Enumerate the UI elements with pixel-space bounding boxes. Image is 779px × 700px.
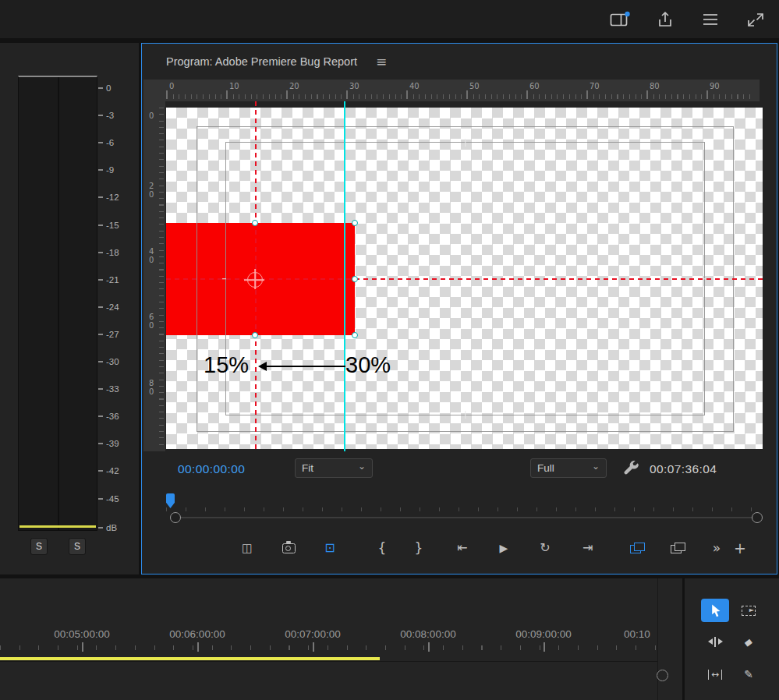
- pen-tool[interactable]: ✎: [735, 663, 763, 686]
- ruler-minor-ticks: [159, 108, 164, 445]
- comparison-view-icon[interactable]: [625, 537, 649, 559]
- timeline-panel[interactable]: 00:05:00:0000:06:00:0000:07:00:0000:08:0…: [0, 578, 682, 700]
- safe-margins-icon: ⊡: [324, 542, 335, 554]
- meter-tick: [98, 415, 103, 417]
- edge-guide-cyan: [344, 101, 345, 451]
- rolling-edit-tool-icon: ◆: [743, 636, 754, 648]
- ruler-label: 70: [590, 82, 600, 90]
- export-icon[interactable]: [654, 10, 676, 29]
- ruler-label: 50: [469, 82, 480, 90]
- ruler-label: 60: [149, 313, 156, 330]
- zoom-level-select[interactable]: Fit ⌄: [295, 458, 373, 478]
- meter-tick: [98, 527, 103, 529]
- meter-tick: [98, 388, 103, 390]
- meter-tick: [98, 87, 103, 89]
- lift-icon[interactable]: [666, 537, 689, 559]
- arrow-shaft: [265, 366, 345, 368]
- timeline-time-label: 00:08:00:00: [400, 628, 455, 640]
- zoom-scrollbar[interactable]: [175, 517, 758, 518]
- transform-handle-top-right[interactable]: [352, 220, 358, 226]
- mark-out-icon[interactable]: }: [407, 537, 430, 559]
- program-panel-header[interactable]: Program: Adobe Premiere Bug Report ≡: [142, 44, 777, 79]
- vertical-ruler: 020406080: [143, 101, 165, 451]
- mark-in-icon[interactable]: {: [370, 537, 394, 559]
- audio-meter[interactable]: [18, 76, 97, 531]
- go-to-out-icon[interactable]: ⇥: [576, 537, 600, 559]
- audio-level-indicator: [19, 525, 96, 528]
- safe-center-tick: [465, 139, 466, 147]
- ripple-part: [718, 638, 723, 645]
- rolling-edit-tool[interactable]: ◆: [735, 630, 763, 653]
- add-button-icon[interactable]: +: [728, 537, 752, 559]
- timeline-tick: [313, 642, 314, 652]
- meter-tick: [98, 115, 103, 116]
- transform-handle-bottom-right[interactable]: [352, 332, 358, 338]
- selection-tool[interactable]: [701, 599, 729, 622]
- audio-meters-panel: 0-3-6-9-12-15-18-21-24-27-30-33-36-39-42…: [0, 43, 139, 574]
- meter-tick: [98, 443, 103, 444]
- settings-wrench-icon[interactable]: [622, 459, 641, 478]
- meter-scale-row: -21: [98, 275, 119, 285]
- playhead[interactable]: [166, 493, 175, 508]
- playback-resolution-select[interactable]: Full ⌄: [530, 458, 607, 478]
- anchor-point[interactable]: [247, 272, 263, 288]
- monitor-controls-row: 00:00:00:00 Fit ⌄ Full ⌄ 00:07:36:04: [142, 455, 777, 483]
- settings-icon[interactable]: ◫: [235, 537, 259, 559]
- ruler-label: 80: [650, 82, 660, 90]
- timeline-tick: [82, 642, 83, 652]
- play-in-out-icon[interactable]: ↻: [533, 537, 557, 559]
- ruler-tick: [526, 90, 528, 99]
- more-icon[interactable]: »: [705, 537, 728, 559]
- track-select-forward-tool[interactable]: ►: [735, 599, 763, 622]
- ruler-tick: [406, 90, 408, 99]
- current-timecode[interactable]: 00:00:00:00: [178, 462, 245, 476]
- scrubber-ruler[interactable]: [166, 507, 756, 511]
- meter-scale-row: -15: [98, 221, 119, 230]
- ruler-label: 90: [710, 82, 720, 90]
- h-ruler-marks: 0102030405060708090: [166, 80, 760, 101]
- settings-icon: ◫: [242, 543, 253, 554]
- meter-scale-label: -33: [106, 384, 119, 394]
- zoom-handle-left[interactable]: [170, 512, 181, 523]
- fullscreen-icon[interactable]: [745, 10, 767, 29]
- meter-tick: [98, 498, 103, 500]
- solo-right-button[interactable]: S: [69, 538, 86, 555]
- chevron-down-icon: ⌄: [592, 461, 600, 472]
- ruler-tick: [706, 90, 708, 99]
- queue-icon[interactable]: [699, 10, 721, 29]
- workspace-icon[interactable]: [609, 10, 631, 29]
- go-to-in-icon[interactable]: ⇤: [451, 537, 474, 559]
- export-frame-icon[interactable]: [277, 537, 300, 559]
- horizontal-ruler: 0102030405060708090: [143, 80, 760, 101]
- tools-panel: ►◆↔✎✥T: [685, 578, 779, 700]
- meter-tick: [98, 306, 103, 308]
- meter-scale-label: -45: [106, 494, 119, 504]
- rate-stretch-tool[interactable]: ↔: [701, 663, 729, 686]
- zoom-handle-right[interactable]: [752, 512, 763, 523]
- panel-menu-icon[interactable]: ≡: [376, 54, 387, 69]
- meter-scale-row: -9: [98, 165, 114, 175]
- solo-left-button[interactable]: S: [30, 538, 48, 555]
- meter-scale-row: -6: [98, 138, 114, 147]
- type-tool[interactable]: T: [735, 694, 763, 700]
- safe-margins-icon[interactable]: ⊡: [318, 537, 342, 559]
- meter-tick: [98, 470, 103, 472]
- transform-handle-right-center[interactable]: [352, 276, 358, 282]
- transform-handle-bottom-center[interactable]: [252, 332, 258, 338]
- ripple-edit-tool[interactable]: [701, 630, 729, 653]
- timeline-scrollbar-handle[interactable]: [657, 670, 668, 681]
- hand-tool[interactable]: ✥: [701, 694, 729, 700]
- meter-scale-label: -3: [106, 111, 114, 120]
- meter-scale-label: -30: [106, 357, 119, 366]
- program-video-area[interactable]: 15% 30%: [166, 108, 763, 449]
- ruler-label: 20: [149, 182, 156, 199]
- meter-tick: [98, 361, 103, 362]
- play-icon[interactable]: ▶: [492, 537, 515, 559]
- go-to-out-icon: ⇥: [582, 542, 593, 554]
- meter-scale-label: -42: [106, 466, 119, 476]
- transform-handle-top-center[interactable]: [252, 220, 258, 226]
- meter-scale-row: -24: [98, 302, 119, 312]
- play-in-out-icon: ↻: [540, 542, 550, 554]
- meter-scale-row: -36: [98, 412, 119, 421]
- timeline-scroll-divider: [657, 578, 658, 700]
